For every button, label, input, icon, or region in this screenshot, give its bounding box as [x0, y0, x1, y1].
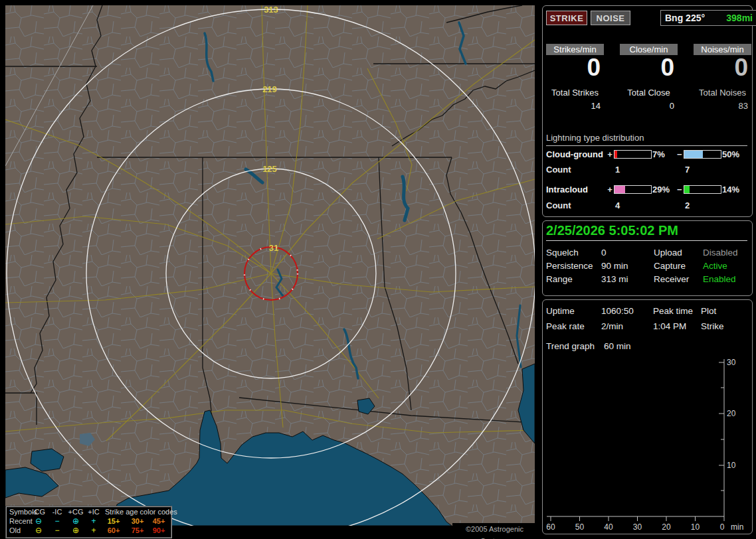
ring-label-219: 219 — [262, 84, 277, 94]
peak-time-label: Peak time — [653, 306, 693, 316]
cg-minus-bar-fill — [684, 151, 703, 158]
cg-plus-pct: 7% — [652, 149, 676, 159]
receiver-label: Receiver — [654, 274, 689, 284]
y-tick-20: 20 — [727, 409, 736, 418]
peak-rate-label: Peak rate — [546, 321, 585, 331]
x-tick-30: 30 — [633, 522, 642, 532]
ic-minus-bar — [684, 185, 721, 194]
intracloud-label: Intracloud — [546, 185, 588, 194]
close-rate-value: 0 — [620, 55, 674, 80]
age-code-75: 75+ — [128, 526, 147, 534]
noise-toggle-button[interactable]: NOISE — [591, 11, 630, 25]
uptime-value: 1060:50 — [601, 306, 634, 316]
distribution-title: Lightning type distribution — [546, 133, 747, 146]
bearing-readout: Bng 225° 398mi — [660, 10, 756, 26]
x-tick-10: 10 — [691, 522, 700, 532]
total-close-value: 0 — [620, 101, 674, 111]
trend-graph-label: Trend graph — [546, 341, 595, 351]
ic-plus-bar-fill — [614, 186, 625, 193]
legend-row-old-label: Old — [9, 526, 21, 534]
neg-cg-recent-icon: ⊖ — [31, 516, 47, 526]
cg-minus-pct: 50% — [722, 149, 739, 159]
cg-plus-sign: + — [606, 149, 614, 159]
pos-cg-recent-icon: ⊕ — [67, 516, 84, 526]
cg-minus-count: 7 — [685, 165, 690, 175]
ring-label-125: 125 — [262, 164, 277, 174]
chart-axes — [547, 359, 724, 521]
persistence-label: Persistence — [546, 261, 593, 271]
ic-plus-sign: + — [606, 185, 614, 194]
x-tick-60: 60 — [546, 522, 555, 532]
legend-row-recent-label: Recent — [9, 517, 33, 525]
strikes-rate-value: 0 — [546, 55, 601, 80]
trend-graph-chart: 30 20 10 60 50 40 30 20 10 0 min — [543, 353, 752, 533]
plot-mode-value: Strike — [701, 321, 724, 331]
pos-cg-old-icon: ⊕ — [67, 526, 84, 535]
ring-label-313: 313 — [264, 5, 278, 15]
chart-tick-labels: 30 20 10 60 50 40 30 20 10 0 min — [546, 358, 743, 532]
squelch-value: 0 — [601, 248, 607, 258]
lightning-map[interactable]: 313 219 125 31 — [5, 5, 535, 526]
cg-plus-bar-fill — [614, 151, 617, 158]
cg-plus-bar — [614, 150, 652, 159]
bearing-label: Bng 225° — [665, 13, 705, 23]
y-tick-30: 30 — [727, 358, 736, 367]
pos-ic-old-icon: + — [86, 526, 102, 535]
plot-label: Plot — [701, 306, 716, 316]
counters-panel: STRIKE NOISE Bng 225° 398mi Strikes/min … — [542, 5, 753, 217]
cg-minus-bar — [684, 150, 721, 159]
squelch-label: Squelch — [546, 248, 579, 258]
cg-count-label: Count — [546, 165, 571, 175]
age-code-90: 90+ — [149, 526, 169, 534]
neg-ic-old-icon: − — [49, 526, 65, 535]
legend-header-ages: Strike age color codes — [105, 508, 177, 516]
copyright-notice: ©2005 Astrogenic Systems — [452, 523, 537, 535]
range-value: 313 mi — [601, 274, 628, 284]
capture-status: Active — [703, 261, 727, 271]
ic-minus-count: 2 — [685, 200, 690, 210]
upload-status: Disabled — [703, 248, 738, 258]
cg-plus-count: 1 — [615, 165, 620, 175]
ic-plus-count: 4 — [615, 200, 620, 210]
range-label: Range — [546, 274, 573, 284]
noises-rate-value: 0 — [694, 55, 748, 80]
x-tick-50: 50 — [575, 522, 585, 532]
peak-time-value: 1:04 PM — [653, 321, 686, 331]
age-code-45: 45+ — [149, 517, 169, 525]
receiver-status: Enabled — [703, 274, 736, 284]
ic-plus-bar — [614, 185, 652, 194]
age-code-15: 15+ — [104, 517, 124, 525]
total-close-label: Total Close — [620, 88, 678, 98]
datetime-display: 2/25/2026 5:05:02 PM — [546, 223, 678, 238]
capture-label: Capture — [654, 261, 686, 271]
peak-rate-value: 2/min — [601, 321, 623, 331]
legend-header-pos-ic: +IC — [86, 508, 102, 516]
trend-window-value: 60 min — [604, 341, 631, 351]
cg-minus-sign: − — [677, 149, 684, 159]
ic-plus-pct: 29% — [652, 185, 676, 194]
legend-header-pos-cg: +CG — [67, 508, 84, 516]
strike-symbol-legend: Symbols -CG -IC +CG +IC Strike age color… — [5, 506, 172, 538]
age-code-30: 30+ — [128, 517, 147, 525]
x-tick-0: 0 — [720, 522, 725, 532]
y-tick-10: 10 — [727, 461, 736, 470]
ic-minus-bar-fill — [684, 186, 690, 193]
uptime-label: Uptime — [546, 306, 575, 316]
total-noises-label: Total Noises — [694, 88, 751, 98]
trend-panel: Uptime 1060:50 Peak time Plot Peak rate … — [542, 299, 753, 534]
ring-label-31: 31 — [269, 243, 278, 253]
strike-toggle-button[interactable]: STRIKE — [546, 11, 587, 25]
age-code-60: 60+ — [104, 526, 124, 534]
map-canvas: 313 219 125 31 — [5, 5, 535, 526]
neg-cg-old-icon: ⊖ — [31, 526, 47, 535]
ic-minus-pct: 14% — [722, 185, 739, 194]
datetime-divider — [546, 240, 747, 241]
bearing-distance: 398mi — [726, 13, 753, 23]
ic-minus-sign: − — [677, 185, 684, 194]
legend-header-neg-cg: -CG — [31, 508, 47, 516]
total-noises-value: 83 — [694, 101, 748, 111]
x-tick-40: 40 — [604, 522, 613, 532]
x-axis-unit: min — [731, 522, 743, 532]
cloud-ground-label: Cloud-ground — [546, 149, 603, 159]
upload-label: Upload — [654, 248, 682, 258]
